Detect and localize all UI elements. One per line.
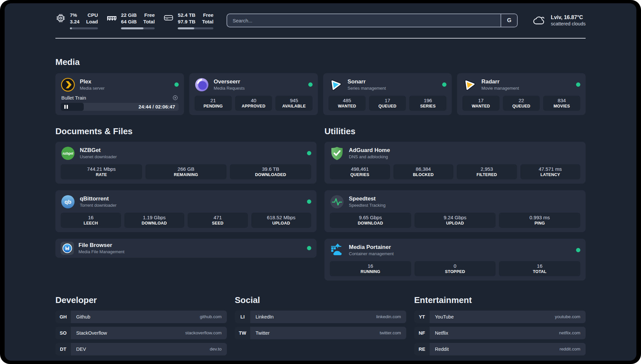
file-browser-icon bbox=[61, 242, 74, 255]
stat-tile: 9.65 Gbps DOWNLOAD bbox=[330, 213, 411, 228]
app-description: Usenet downloader bbox=[80, 154, 117, 159]
plex-icon bbox=[61, 77, 75, 92]
app-description: Series management bbox=[348, 86, 386, 91]
app-card-nzbget[interactable]: nzbget NZBGet Usenet downloader 74 bbox=[55, 142, 317, 184]
memory-metric: 22 GiB 64 GiB Free Total bbox=[107, 12, 155, 29]
stat-tile: 16 RUNNING bbox=[330, 261, 411, 276]
app-title: Speedtest bbox=[349, 196, 385, 202]
app-description: Media File Management bbox=[78, 249, 124, 254]
app-card-radarr[interactable]: Radarr Movie management 17 WANTED 22 QUE… bbox=[457, 73, 586, 115]
app-card-file-browser[interactable]: File Browser Media File Management bbox=[55, 239, 317, 258]
section-title-developer: Developer bbox=[55, 295, 227, 305]
stat-tile: 47.571 ms LATENCY bbox=[520, 164, 581, 179]
section-title-media: Media bbox=[55, 57, 586, 67]
dashboard-page: 7% 3.24 CPU Load bbox=[5, 3, 636, 361]
stat-tile: 21 PENDING bbox=[195, 96, 232, 111]
status-dot bbox=[307, 151, 311, 155]
app-description: Movie management bbox=[481, 86, 519, 91]
cpu-metric: 7% 3.24 CPU Load bbox=[55, 12, 98, 29]
cpu-icon bbox=[55, 12, 66, 29]
stat-tile: 22 QUEUED bbox=[503, 96, 540, 111]
section-title-entertainment: Entertainment bbox=[414, 295, 586, 305]
status-dot bbox=[576, 82, 580, 87]
link-twitter[interactable]: TW Twitter twitter.com bbox=[235, 327, 406, 339]
weather-widget: Lviv, 16.87°C scattered clouds bbox=[532, 15, 586, 26]
status-dot bbox=[307, 246, 311, 250]
now-playing-settings-icon[interactable] bbox=[172, 95, 178, 101]
stat-tile: 1.19 Gbps DOWNLOAD bbox=[124, 213, 185, 228]
link-stackoverflow[interactable]: SO StackOverflow stackoverflow.com bbox=[55, 327, 227, 339]
top-bar: 7% 3.24 CPU Load bbox=[55, 12, 586, 29]
storage-total-value: 97.9 TB bbox=[178, 18, 195, 25]
pause-button[interactable] bbox=[64, 105, 68, 109]
cpu-usage-label: CPU bbox=[86, 12, 98, 18]
app-card-overseerr[interactable]: Overseerr Media Requests 21 PENDING 40 A… bbox=[189, 73, 318, 115]
stat-tile: 834 MOVIES bbox=[543, 96, 580, 111]
app-description: Speedtest Tracking bbox=[349, 203, 385, 208]
stat-tile: 9.24 Gbps UPLOAD bbox=[414, 213, 496, 228]
link-dev-to[interactable]: DT DEV dev.to bbox=[55, 343, 227, 355]
stat-tile: 16 TOTAL bbox=[499, 261, 580, 276]
links-column-developer: Developer GH Github github.com SO StackO… bbox=[55, 295, 227, 359]
stat-tile: 16 LEECH bbox=[61, 213, 121, 228]
app-card-sonarr[interactable]: Sonarr Series management 485 WANTED 17 Q… bbox=[323, 73, 452, 115]
app-card-adguard-home[interactable]: AdGuard Home DNS and adblocking 498,461 … bbox=[324, 142, 586, 184]
stat-tile: 0.993 ms PING bbox=[499, 213, 580, 228]
memory-total-label: Total bbox=[143, 18, 155, 25]
stat-tile: 744.21 Mbps RATE bbox=[61, 164, 142, 179]
adguard-icon bbox=[330, 146, 344, 161]
media-card-grid: Plex Media server Bullet Train bbox=[55, 73, 586, 115]
app-card-qbittorrent[interactable]: qb qBittorrent Torrent downloader bbox=[55, 190, 317, 232]
status-dot bbox=[442, 82, 446, 87]
overseerr-icon bbox=[195, 77, 209, 92]
stat-tile: 471 SEED bbox=[188, 213, 248, 228]
cloud-icon bbox=[532, 15, 546, 26]
storage-metric: 52.4 TB 97.9 TB Free Total bbox=[163, 12, 213, 29]
memory-progress-bar bbox=[121, 27, 155, 29]
status-dot bbox=[576, 248, 580, 252]
links-column-social: Social LI LinkedIn linkedin.com TW Twitt… bbox=[235, 295, 406, 343]
link-youtube[interactable]: YT YouTube youtube.com bbox=[414, 311, 586, 323]
storage-total-label: Total bbox=[202, 18, 214, 25]
stat-tile: 39.6 TB DOWNLOADED bbox=[230, 164, 311, 179]
app-card-plex[interactable]: Plex Media server Bullet Train bbox=[55, 73, 184, 115]
search-engine-button[interactable]: G bbox=[501, 14, 517, 27]
status-dot bbox=[174, 82, 179, 87]
search-input[interactable] bbox=[227, 14, 501, 27]
weather-location-temp: Lviv, 16.87°C bbox=[551, 15, 586, 20]
app-card-media-portainer[interactable]: Media Portainer Container management 16 … bbox=[324, 239, 586, 281]
link-reddit[interactable]: RE Reddit reddit.com bbox=[414, 343, 586, 355]
speedtest-icon bbox=[330, 195, 344, 209]
links-column-entertainment: Entertainment YT YouTube youtube.com NF … bbox=[414, 295, 586, 359]
stat-tile: 2,953 FILTERED bbox=[457, 164, 517, 179]
app-title: File Browser bbox=[78, 242, 124, 249]
link-github[interactable]: GH Github github.com bbox=[55, 311, 227, 323]
search-bar: G bbox=[227, 14, 518, 27]
stat-tile: 485 WANTED bbox=[328, 96, 366, 111]
stat-tile: 196 SERIES bbox=[409, 96, 446, 111]
link-netflix[interactable]: NF Netflix netflix.com bbox=[414, 327, 586, 339]
sonarr-icon bbox=[328, 77, 343, 92]
stat-tile: 266 GB REMAINING bbox=[145, 164, 227, 179]
status-dot bbox=[308, 82, 313, 87]
memory-free-label: Free bbox=[143, 12, 155, 18]
header-divider bbox=[55, 38, 586, 39]
status-dot bbox=[307, 199, 311, 204]
screen-frame: 7% 3.24 CPU Load bbox=[0, 0, 641, 364]
storage-icon bbox=[163, 12, 174, 29]
app-title: AdGuard Home bbox=[349, 147, 390, 154]
stat-tile: 17 QUEUED bbox=[369, 96, 406, 111]
cpu-load-label: Load bbox=[86, 18, 98, 25]
link-linkedin[interactable]: LI LinkedIn linkedin.com bbox=[235, 311, 406, 323]
app-title: Overseerr bbox=[214, 78, 245, 85]
portainer-icon bbox=[330, 243, 344, 258]
now-playing-progress-bar: 24:44 / 02:06:47 bbox=[61, 103, 179, 111]
app-description: Torrent downloader bbox=[80, 203, 116, 208]
app-title: qBittorrent bbox=[80, 196, 116, 202]
stat-tile: 40 APPROVED bbox=[235, 96, 272, 111]
storage-free-label: Free bbox=[202, 12, 214, 18]
now-playing-time: 24:44 / 02:06:47 bbox=[138, 104, 179, 109]
app-card-speedtest[interactable]: Speedtest Speedtest Tracking 9.65 Gbps D… bbox=[324, 190, 586, 232]
app-title: Sonarr bbox=[348, 78, 386, 85]
system-metrics: 7% 3.24 CPU Load bbox=[55, 12, 213, 29]
